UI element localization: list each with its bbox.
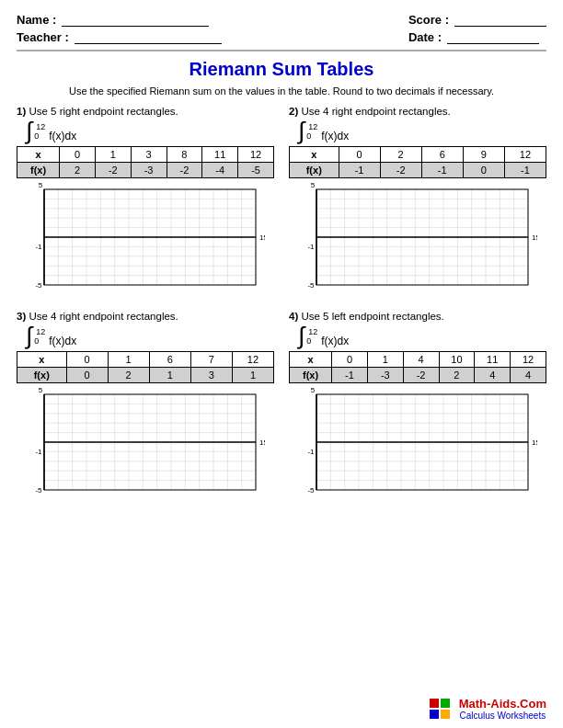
svg-text:15: 15 <box>532 438 537 447</box>
date-input-line[interactable] <box>447 31 539 44</box>
fx-value: -2 <box>403 368 439 383</box>
svg-text:15: 15 <box>259 438 265 447</box>
problem-4-header: 4) Use 5 left endpoint rectangles. <box>289 311 546 322</box>
problem-2-integral: ∫ 12 0 f(x)dx <box>298 119 546 142</box>
problem-3: 3) Use 4 right endpoint rectangles. ∫ 12… <box>17 311 274 506</box>
problem-1-integral: ∫ 12 0 f(x)dx <box>26 119 274 142</box>
x-value: 12 <box>511 352 546 368</box>
problem-4-integral: ∫ 12 0 f(x)dx <box>298 324 546 347</box>
x-value: 3 <box>131 147 167 163</box>
fx-value: 2 <box>439 368 475 383</box>
fx-label: f(x) <box>290 368 332 383</box>
page-title: Riemann Sum Tables <box>17 59 546 80</box>
fx-value: 3 <box>190 368 232 383</box>
problem-3-table: x016712f(x)02131 <box>17 351 274 383</box>
problem-2: 2) Use 4 right endpoint rectangles. ∫ 12… <box>289 106 546 301</box>
problem-1: 1) Use 5 right endpoint rectangles. ∫ 12… <box>17 106 274 301</box>
integral-symbol: ∫ <box>298 119 304 142</box>
logo-green <box>441 699 450 708</box>
fx-label: f(x) <box>17 368 67 383</box>
integral-limits: 12 0 <box>306 122 317 141</box>
fx-value: 1 <box>232 368 273 383</box>
problem-1-graph: 5 -1 -5 15 <box>17 182 265 301</box>
x-value: 6 <box>421 147 463 163</box>
problem-2-graph: 5 -1 -5 15 <box>289 182 537 301</box>
logo-orange <box>441 710 450 719</box>
fx-value: -1 <box>339 163 380 178</box>
logo-blue <box>430 710 439 719</box>
footer-site: Math-Aids.Com <box>459 697 546 711</box>
x-label: x <box>290 147 339 163</box>
x-value: 10 <box>439 352 475 368</box>
svg-text:5: 5 <box>39 182 43 189</box>
integral-expr: f(x)dx <box>49 335 76 347</box>
x-label: x <box>17 147 60 163</box>
svg-text:-1: -1 <box>307 448 315 456</box>
svg-text:15: 15 <box>259 233 265 242</box>
integral-limits: 12 0 <box>34 327 45 346</box>
fx-value: -3 <box>367 368 403 383</box>
integral-expr: f(x)dx <box>321 130 349 142</box>
x-value: 1 <box>108 352 149 368</box>
logo-grid <box>430 699 450 719</box>
score-input-line[interactable] <box>454 14 546 27</box>
fx-value: -2 <box>380 163 421 178</box>
svg-text:-5: -5 <box>35 281 42 290</box>
integral-limits: 12 0 <box>306 327 317 346</box>
fx-value: 1 <box>149 368 190 383</box>
fx-value: -1 <box>421 163 463 178</box>
integral-limits: 12 0 <box>34 122 45 141</box>
svg-text:5: 5 <box>311 182 316 189</box>
footer-sub: Calculus Worksheets <box>459 711 546 721</box>
integral-symbol: ∫ <box>26 324 32 347</box>
fx-value: -1 <box>504 163 546 178</box>
x-value: 4 <box>403 352 439 368</box>
problem-4-graph: 5 -1 -5 15 <box>289 387 537 506</box>
x-value: 0 <box>66 352 108 368</box>
integral-expr: f(x)dx <box>321 335 349 347</box>
footer: Math-Aids.Com Calculus Worksheets <box>430 697 546 721</box>
x-value: 1 <box>95 147 131 163</box>
name-input-line[interactable] <box>62 14 209 27</box>
problem-2-table: x026912f(x)-1-2-10-1 <box>289 146 546 178</box>
problem-4-table: x014101112f(x)-1-3-2244 <box>289 351 546 383</box>
fx-value: 0 <box>463 163 504 178</box>
x-value: 1 <box>367 352 403 368</box>
x-value: 12 <box>504 147 546 163</box>
integral-symbol: ∫ <box>26 119 32 142</box>
teacher-label: Teacher : <box>17 30 69 44</box>
x-value: 11 <box>202 147 238 163</box>
x-value: 7 <box>190 352 232 368</box>
teacher-input-line[interactable] <box>75 31 222 44</box>
svg-text:-1: -1 <box>35 448 42 456</box>
problem-3-integral: ∫ 12 0 f(x)dx <box>26 324 274 347</box>
score-label: Score : <box>408 13 449 27</box>
x-value: 8 <box>167 147 202 163</box>
svg-text:-1: -1 <box>35 243 42 251</box>
score-field: Score : <box>408 13 546 27</box>
x-value: 12 <box>232 352 273 368</box>
fx-label: f(x) <box>290 163 339 178</box>
svg-text:-5: -5 <box>35 486 42 495</box>
x-value: 0 <box>332 352 368 368</box>
fx-value: -1 <box>332 368 368 383</box>
problem-1-header: 1) Use 5 right endpoint rectangles. <box>17 106 274 117</box>
fx-value: 4 <box>511 368 546 383</box>
svg-text:5: 5 <box>39 387 43 394</box>
fx-value: -5 <box>238 163 274 178</box>
svg-text:-5: -5 <box>307 281 315 290</box>
x-value: 0 <box>60 147 96 163</box>
problem-3-graph: 5 -1 -5 15 <box>17 387 265 506</box>
header: Name : Teacher : Score : Date : <box>17 13 546 44</box>
x-value: 9 <box>463 147 504 163</box>
fx-value: 0 <box>66 368 108 383</box>
svg-text:5: 5 <box>311 387 316 394</box>
fx-value: -3 <box>131 163 167 178</box>
svg-text:-5: -5 <box>307 486 315 495</box>
name-label: Name : <box>17 13 56 27</box>
x-value: 6 <box>149 352 190 368</box>
problem-3-header: 3) Use 4 right endpoint rectangles. <box>17 311 274 322</box>
instructions-text: Use the specified Riemann sum on the val… <box>17 85 546 97</box>
fx-value: -2 <box>167 163 202 178</box>
x-label: x <box>17 352 67 368</box>
